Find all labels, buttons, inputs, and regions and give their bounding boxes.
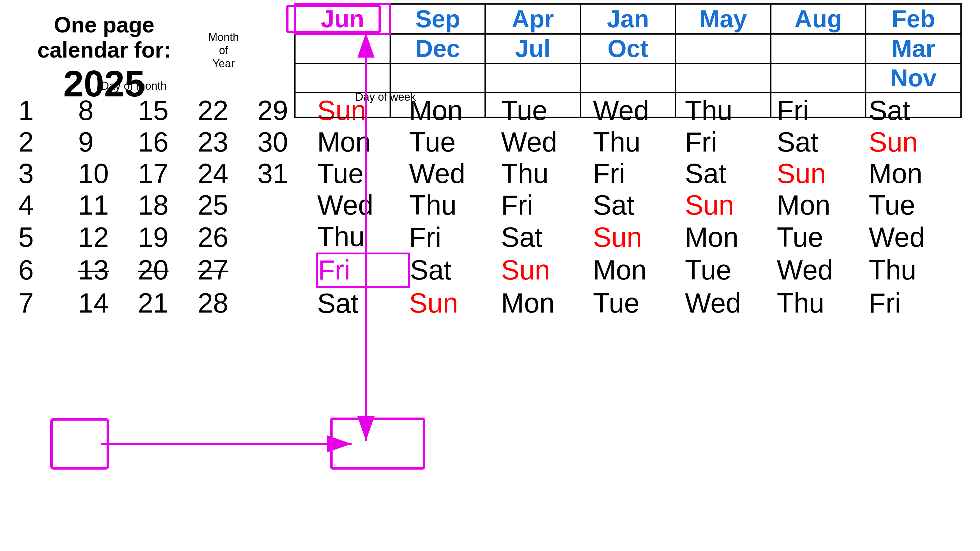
month-header-table: Jun Sep Apr Jan May Aug Feb Dec Jul Oct … [294, 3, 962, 118]
day-7: 7 [18, 287, 78, 319]
month-empty-15 [771, 93, 866, 117]
dow-mon-row4: Mon [777, 189, 869, 221]
day-21: 21 [138, 287, 197, 319]
dow-sat-row2: Sat [777, 126, 869, 158]
month-of-year-label: MonthofYear [208, 30, 239, 70]
month-empty-13 [580, 93, 676, 117]
month-empty-7 [580, 64, 676, 93]
month-empty-3 [771, 34, 866, 64]
table-row: 4 11 18 25 Wed Thu Fri Sat Sun Mon Tue [18, 189, 961, 221]
day-3: 3 [18, 158, 78, 189]
dow-fri-row4: Fri [501, 189, 593, 221]
dow-sun-row7: Sun [409, 287, 501, 319]
dow-wed-row2: Wed [501, 126, 593, 158]
month-jan: Jan [580, 4, 676, 34]
day-25: 25 [197, 189, 257, 221]
month-empty-14 [676, 93, 771, 117]
month-may: May [676, 4, 771, 34]
dow-mon-row5: Mon [685, 221, 776, 254]
dow-tue-row5: Tue [777, 221, 869, 254]
dow-sun-row4: Sun [685, 189, 776, 221]
month-dec: Dec [390, 34, 485, 64]
dow-wed-row3: Wed [409, 158, 501, 189]
table-row: 5 12 19 26 Thu Fri Sat Sun Mon Tue Wed [18, 221, 961, 254]
day-20: 20 [138, 254, 197, 287]
day-14: 14 [78, 287, 138, 319]
day-5: 5 [18, 221, 78, 254]
day-16: 16 [138, 126, 197, 158]
month-empty-10 [295, 93, 390, 117]
table-row: 6 13 20 27 Fri Sat Sun Mon Tue Wed Thu [18, 254, 961, 287]
month-empty-4 [295, 64, 390, 93]
day-8: 8 [78, 95, 138, 126]
dow-wed-row4: Wed [317, 189, 409, 221]
dow-wed-row7: Wed [685, 287, 776, 319]
month-feb: Feb [866, 4, 961, 34]
box-fri [331, 419, 424, 468]
dow-mon-row7: Mon [501, 287, 593, 319]
day-24: 24 [197, 158, 257, 189]
month-jun: Jun [295, 4, 390, 34]
month-jul: Jul [485, 34, 580, 64]
dow-thu-row5: Thu [317, 221, 409, 254]
day-28: 28 [197, 287, 257, 319]
dow-wed-row5: Wed [869, 221, 961, 254]
day-15: 15 [138, 95, 197, 126]
day-31: 31 [258, 158, 317, 189]
dow-sun-row6: Sun [501, 254, 593, 287]
day-23: 23 [197, 126, 257, 158]
dow-thu-row7: Thu [777, 287, 869, 319]
dow-thu-row4: Thu [409, 189, 501, 221]
dow-sat-row7: Sat [317, 287, 409, 319]
dow-tue-row6: Tue [685, 254, 776, 287]
day-empty-row7 [258, 287, 317, 319]
month-empty-1 [295, 34, 390, 64]
day-13: 13 [78, 254, 138, 287]
main-calendar-table: 1 8 15 22 29 Sun Mon Tue Wed Thu Fri Sat… [18, 95, 962, 319]
dow-sat-row5: Sat [501, 221, 593, 254]
month-empty-2 [676, 34, 771, 64]
table-row: 7 14 21 28 Sat Sun Mon Tue Wed Thu Fri [18, 287, 961, 319]
dow-sun-row5: Sun [593, 221, 685, 254]
dow-tue-row3: Tue [317, 158, 409, 189]
day-9: 9 [78, 126, 138, 158]
day-11: 11 [78, 189, 138, 221]
dow-sat-row6: Sat [409, 254, 501, 287]
title-line1: One page calendar for: [18, 12, 190, 62]
day-18: 18 [138, 189, 197, 221]
dow-fri-row7: Fri [869, 287, 961, 319]
day-empty-row6 [258, 254, 317, 287]
day-12: 12 [78, 221, 138, 254]
dow-thu-row3: Thu [501, 158, 593, 189]
month-empty-5 [390, 64, 485, 93]
day-empty-row4 [258, 189, 317, 221]
table-row: 2 9 16 23 30 Mon Tue Wed Thu Fri Sat Sun [18, 126, 961, 158]
dow-mon-row3: Mon [869, 158, 961, 189]
month-empty-16 [866, 93, 961, 117]
day-2: 2 [18, 126, 78, 158]
day-19: 19 [138, 221, 197, 254]
dow-fri-row5: Fri [409, 221, 501, 254]
month-nov: Nov [866, 64, 961, 93]
dow-tue-row7: Tue [593, 287, 685, 319]
day-17: 17 [138, 158, 197, 189]
dow-sun-row3: Sun [777, 158, 869, 189]
day-1: 1 [18, 95, 78, 126]
day-26: 26 [197, 221, 257, 254]
month-empty-6 [485, 64, 580, 93]
day-empty-row5 [258, 221, 317, 254]
dow-fri-row2: Fri [685, 126, 776, 158]
day-22: 22 [197, 95, 257, 126]
month-empty-12 [485, 93, 580, 117]
day-30: 30 [258, 126, 317, 158]
month-sep: Sep [390, 4, 485, 34]
table-row: 3 10 17 24 31 Tue Wed Thu Fri Sat Sun Mo… [18, 158, 961, 189]
day-6: 6 [18, 254, 78, 287]
dow-fri-row3: Fri [593, 158, 685, 189]
dow-thu-row2: Thu [593, 126, 685, 158]
calendar-wrapper: Jun Sep Apr Jan May Aug Feb Dec Jul Oct … [18, 95, 962, 319]
day-27: 27 [197, 254, 257, 287]
day-10: 10 [78, 158, 138, 189]
dow-wed-row6: Wed [777, 254, 869, 287]
dow-mon-row2: Mon [317, 126, 409, 158]
